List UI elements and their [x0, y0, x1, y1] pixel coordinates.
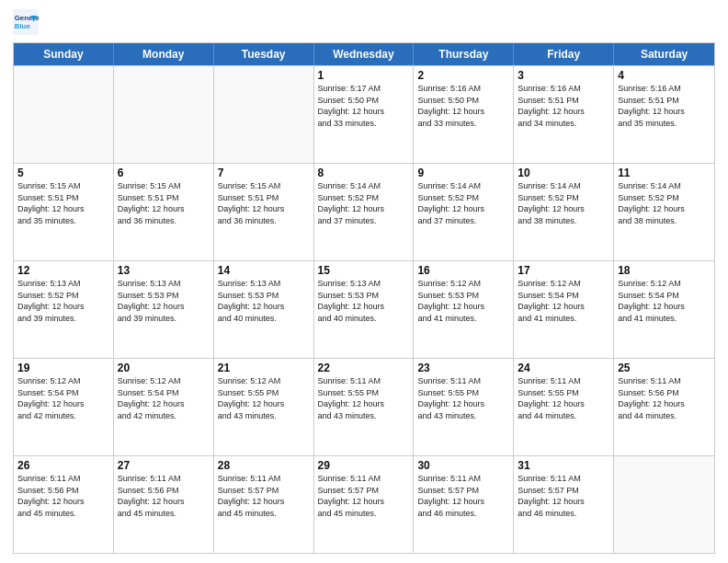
cell-info: Sunrise: 5:11 AM Sunset: 5:57 PM Dayligh… [318, 473, 410, 519]
logo: General Blue [13, 9, 42, 35]
calendar-cell: 16Sunrise: 5:12 AM Sunset: 5:53 PM Dayli… [414, 261, 514, 358]
cell-info: Sunrise: 5:12 AM Sunset: 5:54 PM Dayligh… [17, 375, 109, 421]
cell-info: Sunrise: 5:11 AM Sunset: 5:56 PM Dayligh… [618, 375, 711, 421]
cell-info: Sunrise: 5:15 AM Sunset: 5:51 PM Dayligh… [218, 180, 310, 226]
calendar-cell: 4Sunrise: 5:16 AM Sunset: 5:51 PM Daylig… [614, 66, 714, 163]
calendar-cell [614, 456, 714, 553]
cell-info: Sunrise: 5:11 AM Sunset: 5:55 PM Dayligh… [318, 375, 410, 421]
cell-day-number: 24 [518, 362, 609, 374]
calendar-cell: 15Sunrise: 5:13 AM Sunset: 5:53 PM Dayli… [314, 261, 415, 358]
cell-day-number: 6 [118, 167, 210, 179]
cell-day-number: 18 [618, 264, 711, 277]
calendar-row: 1Sunrise: 5:17 AM Sunset: 5:50 PM Daylig… [14, 65, 714, 163]
calendar-cell: 23Sunrise: 5:11 AM Sunset: 5:55 PM Dayli… [414, 359, 514, 455]
calendar-cell: 1Sunrise: 5:17 AM Sunset: 5:50 PM Daylig… [314, 66, 415, 163]
calendar-cell [214, 66, 314, 163]
calendar-body: 1Sunrise: 5:17 AM Sunset: 5:50 PM Daylig… [14, 65, 714, 553]
cell-info: Sunrise: 5:16 AM Sunset: 5:50 PM Dayligh… [417, 83, 509, 129]
cell-day-number: 22 [318, 362, 410, 374]
cell-day-number: 12 [17, 264, 109, 277]
cell-info: Sunrise: 5:13 AM Sunset: 5:52 PM Dayligh… [17, 278, 109, 324]
calendar-cell: 11Sunrise: 5:14 AM Sunset: 5:52 PM Dayli… [614, 164, 714, 260]
calendar-cell: 21Sunrise: 5:12 AM Sunset: 5:55 PM Dayli… [214, 359, 314, 455]
cell-day-number: 28 [218, 459, 310, 472]
calendar-cell: 12Sunrise: 5:13 AM Sunset: 5:52 PM Dayli… [14, 261, 114, 358]
calendar-cell: 25Sunrise: 5:11 AM Sunset: 5:56 PM Dayli… [614, 359, 714, 455]
cell-day-number: 5 [17, 167, 109, 179]
cell-day-number: 26 [17, 459, 109, 472]
calendar-cell [114, 66, 214, 163]
cell-day-number: 3 [518, 69, 609, 82]
cell-info: Sunrise: 5:13 AM Sunset: 5:53 PM Dayligh… [218, 278, 310, 324]
cell-day-number: 2 [417, 69, 509, 82]
calendar-cell: 2Sunrise: 5:16 AM Sunset: 5:50 PM Daylig… [414, 66, 514, 163]
cell-day-number: 10 [518, 167, 609, 179]
calendar-row: 19Sunrise: 5:12 AM Sunset: 5:54 PM Dayli… [14, 358, 714, 455]
cell-info: Sunrise: 5:11 AM Sunset: 5:57 PM Dayligh… [218, 473, 310, 519]
svg-text:Blue: Blue [15, 22, 31, 30]
calendar-cell: 26Sunrise: 5:11 AM Sunset: 5:56 PM Dayli… [14, 456, 114, 553]
cell-info: Sunrise: 5:17 AM Sunset: 5:50 PM Dayligh… [318, 83, 410, 129]
cell-info: Sunrise: 5:11 AM Sunset: 5:56 PM Dayligh… [17, 473, 109, 519]
calendar-cell: 17Sunrise: 5:12 AM Sunset: 5:54 PM Dayli… [514, 261, 614, 358]
cell-day-number: 19 [17, 362, 109, 374]
calendar-cell: 8Sunrise: 5:14 AM Sunset: 5:52 PM Daylig… [314, 164, 415, 260]
calendar-header-cell: Saturday [614, 43, 714, 65]
cell-day-number: 27 [118, 459, 210, 472]
cell-info: Sunrise: 5:12 AM Sunset: 5:54 PM Dayligh… [618, 278, 711, 324]
cell-day-number: 21 [218, 362, 310, 374]
calendar-header: SundayMondayTuesdayWednesdayThursdayFrid… [14, 43, 714, 65]
cell-info: Sunrise: 5:12 AM Sunset: 5:54 PM Dayligh… [118, 375, 210, 421]
calendar-cell: 7Sunrise: 5:15 AM Sunset: 5:51 PM Daylig… [214, 164, 314, 260]
calendar-header-cell: Sunday [14, 43, 114, 65]
calendar-row: 26Sunrise: 5:11 AM Sunset: 5:56 PM Dayli… [14, 455, 714, 553]
calendar-cell: 6Sunrise: 5:15 AM Sunset: 5:51 PM Daylig… [114, 164, 214, 260]
cell-info: Sunrise: 5:14 AM Sunset: 5:52 PM Dayligh… [318, 180, 410, 226]
cell-info: Sunrise: 5:15 AM Sunset: 5:51 PM Dayligh… [17, 180, 109, 226]
calendar-cell: 29Sunrise: 5:11 AM Sunset: 5:57 PM Dayli… [314, 456, 415, 553]
cell-day-number: 7 [218, 167, 310, 179]
cell-info: Sunrise: 5:11 AM Sunset: 5:55 PM Dayligh… [518, 375, 609, 421]
cell-day-number: 20 [118, 362, 210, 374]
cell-info: Sunrise: 5:11 AM Sunset: 5:57 PM Dayligh… [417, 473, 509, 519]
calendar-row: 5Sunrise: 5:15 AM Sunset: 5:51 PM Daylig… [14, 163, 714, 260]
calendar-header-cell: Thursday [414, 43, 514, 65]
cell-info: Sunrise: 5:14 AM Sunset: 5:52 PM Dayligh… [518, 180, 609, 226]
cell-day-number: 16 [417, 264, 509, 277]
calendar-cell: 13Sunrise: 5:13 AM Sunset: 5:53 PM Dayli… [114, 261, 214, 358]
cell-day-number: 15 [318, 264, 410, 277]
calendar-cell: 27Sunrise: 5:11 AM Sunset: 5:56 PM Dayli… [114, 456, 214, 553]
calendar-cell: 22Sunrise: 5:11 AM Sunset: 5:55 PM Dayli… [314, 359, 415, 455]
calendar-cell: 28Sunrise: 5:11 AM Sunset: 5:57 PM Dayli… [214, 456, 314, 553]
calendar-cell: 3Sunrise: 5:16 AM Sunset: 5:51 PM Daylig… [514, 66, 614, 163]
calendar-header-cell: Monday [114, 43, 214, 65]
calendar-cell [14, 66, 114, 163]
calendar-header-cell: Wednesday [314, 43, 415, 65]
cell-info: Sunrise: 5:12 AM Sunset: 5:54 PM Dayligh… [518, 278, 609, 324]
calendar-cell: 19Sunrise: 5:12 AM Sunset: 5:54 PM Dayli… [14, 359, 114, 455]
cell-day-number: 25 [618, 362, 711, 374]
cell-info: Sunrise: 5:14 AM Sunset: 5:52 PM Dayligh… [417, 180, 509, 226]
cell-info: Sunrise: 5:13 AM Sunset: 5:53 PM Dayligh… [318, 278, 410, 324]
cell-info: Sunrise: 5:11 AM Sunset: 5:56 PM Dayligh… [118, 473, 210, 519]
calendar-row: 12Sunrise: 5:13 AM Sunset: 5:52 PM Dayli… [14, 260, 714, 358]
cell-info: Sunrise: 5:12 AM Sunset: 5:55 PM Dayligh… [218, 375, 310, 421]
cell-info: Sunrise: 5:14 AM Sunset: 5:52 PM Dayligh… [618, 180, 711, 226]
cell-info: Sunrise: 5:13 AM Sunset: 5:53 PM Dayligh… [118, 278, 210, 324]
cell-info: Sunrise: 5:16 AM Sunset: 5:51 PM Dayligh… [518, 83, 609, 129]
header: General Blue [13, 9, 715, 35]
cell-day-number: 11 [618, 167, 711, 179]
cell-info: Sunrise: 5:12 AM Sunset: 5:53 PM Dayligh… [417, 278, 509, 324]
cell-day-number: 4 [618, 69, 711, 82]
calendar-cell: 9Sunrise: 5:14 AM Sunset: 5:52 PM Daylig… [414, 164, 514, 260]
calendar-cell: 30Sunrise: 5:11 AM Sunset: 5:57 PM Dayli… [414, 456, 514, 553]
logo-icon: General Blue [13, 9, 39, 35]
cell-info: Sunrise: 5:11 AM Sunset: 5:57 PM Dayligh… [518, 473, 609, 519]
cell-day-number: 14 [218, 264, 310, 277]
cell-info: Sunrise: 5:16 AM Sunset: 5:51 PM Dayligh… [618, 83, 711, 129]
cell-day-number: 13 [118, 264, 210, 277]
cell-day-number: 8 [318, 167, 410, 179]
cell-day-number: 1 [318, 69, 410, 82]
calendar-cell: 24Sunrise: 5:11 AM Sunset: 5:55 PM Dayli… [514, 359, 614, 455]
calendar: SundayMondayTuesdayWednesdayThursdayFrid… [13, 42, 715, 554]
